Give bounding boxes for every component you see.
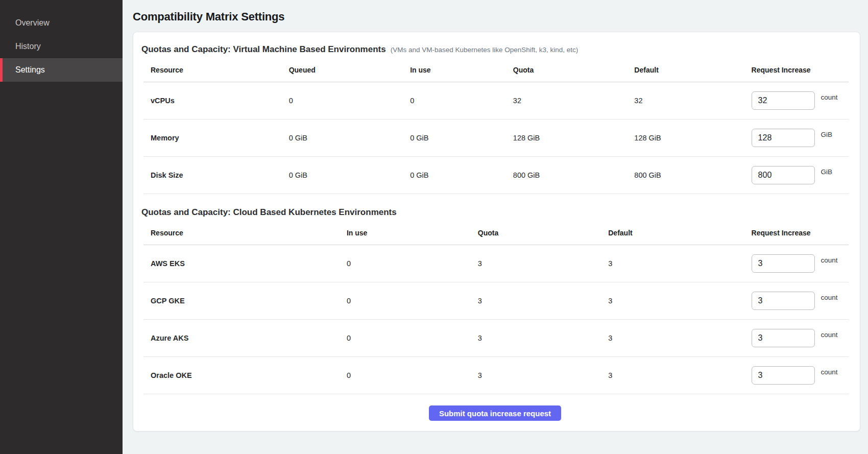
col-header-resource: Resource xyxy=(143,229,340,237)
disk-size-request-increase-input[interactable] xyxy=(752,166,815,184)
unit-label: count xyxy=(821,256,838,264)
cell-quota: 3 xyxy=(471,371,601,379)
main-content: Compatibility Matrix Settings Quotas and… xyxy=(123,0,868,454)
unit-label: GiB xyxy=(821,131,833,138)
col-header-default: Default xyxy=(601,229,744,237)
cell-resource: AWS EKS xyxy=(143,259,340,268)
unit-label: count xyxy=(821,93,838,101)
sidebar-item-overview[interactable]: Overview xyxy=(0,11,123,35)
aws-eks-request-increase-input[interactable] xyxy=(752,254,815,273)
cell-quota: 3 xyxy=(471,334,601,342)
cell-quota: 3 xyxy=(471,259,601,268)
cell-default: 3 xyxy=(601,259,744,268)
sidebar-item-history[interactable]: History xyxy=(0,35,123,58)
oracle-oke-request-increase-input[interactable] xyxy=(752,366,815,385)
col-header-quota: Quota xyxy=(506,66,628,74)
vm-table-header: Resource Queued In use Quota Default Req… xyxy=(143,60,849,82)
cell-in-use: 0 xyxy=(403,97,506,105)
cell-resource: Azure AKS xyxy=(143,334,340,342)
cell-in-use: 0 GiB xyxy=(403,134,506,142)
cell-in-use: 0 GiB xyxy=(403,171,506,179)
table-row-azure-aks: Azure AKS 0 3 3 count xyxy=(143,320,849,357)
cell-in-use: 0 xyxy=(340,297,471,305)
unit-label: GiB xyxy=(821,168,833,176)
page-title: Compatibility Matrix Settings xyxy=(133,10,860,23)
sidebar: Overview History Settings xyxy=(0,0,123,454)
table-row-gcp-gke: GCP GKE 0 3 3 count xyxy=(143,282,849,320)
table-row-aws-eks: AWS EKS 0 3 3 count xyxy=(143,245,849,282)
cell-default: 128 GiB xyxy=(627,134,744,142)
vcpus-request-increase-input[interactable] xyxy=(752,91,815,110)
cell-in-use: 0 xyxy=(340,259,471,268)
cell-resource: GCP GKE xyxy=(143,297,340,305)
vm-section-subtitle: (VMs and VM-based Kubernetes like OpenSh… xyxy=(391,46,578,54)
col-header-in-use: In use xyxy=(340,229,471,237)
col-header-request-increase: Request Increase xyxy=(744,66,849,74)
cell-queued: 0 GiB xyxy=(282,134,403,142)
k8s-section-title: Quotas and Capacity: Cloud Based Kuberne… xyxy=(141,207,397,218)
col-header-resource: Resource xyxy=(143,66,282,74)
cell-resource: Disk Size xyxy=(143,171,282,179)
azure-aks-request-increase-input[interactable] xyxy=(752,329,815,347)
cell-in-use: 0 xyxy=(340,371,471,379)
table-row-disk-size: Disk Size 0 GiB 0 GiB 800 GiB 800 GiB Gi… xyxy=(143,157,849,194)
cell-quota: 128 GiB xyxy=(506,134,628,142)
cell-quota: 32 xyxy=(506,97,628,105)
k8s-quota-section: Quotas and Capacity: Cloud Based Kuberne… xyxy=(141,207,849,394)
unit-label: count xyxy=(821,294,838,301)
table-row-vcpus: vCPUs 0 0 32 32 count xyxy=(143,82,849,120)
col-header-default: Default xyxy=(627,66,744,74)
settings-card: Quotas and Capacity: Virtual Machine Bas… xyxy=(133,32,860,432)
cell-resource: Memory xyxy=(143,134,282,142)
cell-default: 3 xyxy=(601,297,744,305)
cell-in-use: 0 xyxy=(340,334,471,342)
unit-label: count xyxy=(821,331,838,339)
cell-quota: 3 xyxy=(471,297,601,305)
unit-label: count xyxy=(821,368,838,376)
k8s-table-header: Resource In use Quota Default Request In… xyxy=(143,223,849,245)
col-header-quota: Quota xyxy=(471,229,601,237)
col-header-in-use: In use xyxy=(403,66,506,74)
submit-quota-increase-button[interactable]: Submit quota increase request xyxy=(429,405,561,421)
cell-default: 3 xyxy=(601,334,744,342)
table-row-memory: Memory 0 GiB 0 GiB 128 GiB 128 GiB GiB xyxy=(143,120,849,157)
memory-request-increase-input[interactable] xyxy=(752,129,815,147)
cell-queued: 0 GiB xyxy=(282,171,403,179)
vm-quota-section: Quotas and Capacity: Virtual Machine Bas… xyxy=(141,44,849,194)
cell-default: 800 GiB xyxy=(627,171,744,179)
vm-quota-table: Resource Queued In use Quota Default Req… xyxy=(143,60,849,194)
cell-default: 3 xyxy=(601,371,744,379)
cell-default: 32 xyxy=(627,97,744,105)
k8s-quota-table: Resource In use Quota Default Request In… xyxy=(143,223,849,394)
cell-queued: 0 xyxy=(282,97,403,105)
table-row-oracle-oke: Oracle OKE 0 3 3 count xyxy=(143,357,849,394)
col-header-request-increase: Request Increase xyxy=(744,229,849,237)
vm-section-title: Quotas and Capacity: Virtual Machine Bas… xyxy=(141,44,386,55)
cell-resource: Oracle OKE xyxy=(143,371,340,379)
cell-resource: vCPUs xyxy=(143,97,282,105)
cell-quota: 800 GiB xyxy=(506,171,628,179)
sidebar-item-settings[interactable]: Settings xyxy=(0,58,123,82)
col-header-queued: Queued xyxy=(282,66,403,74)
gcp-gke-request-increase-input[interactable] xyxy=(752,292,815,310)
